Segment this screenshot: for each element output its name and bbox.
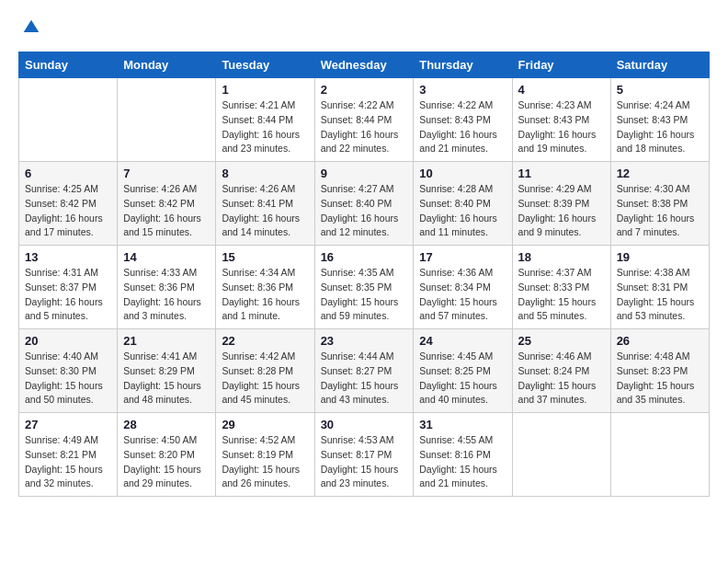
day-number: 19	[617, 250, 703, 264]
day-number: 21	[123, 334, 210, 348]
day-info: Sunrise: 4:28 AM Sunset: 8:40 PM Dayligh…	[419, 182, 506, 240]
calendar-cell: 17Sunrise: 4:36 AM Sunset: 8:34 PM Dayli…	[414, 246, 512, 329]
day-info: Sunrise: 4:33 AM Sunset: 8:36 PM Dayligh…	[123, 266, 210, 324]
day-number: 26	[617, 334, 703, 348]
day-info: Sunrise: 4:29 AM Sunset: 8:39 PM Dayligh…	[518, 182, 605, 240]
day-info: Sunrise: 4:52 AM Sunset: 8:19 PM Dayligh…	[222, 433, 308, 491]
calendar-cell: 24Sunrise: 4:45 AM Sunset: 8:25 PM Dayli…	[414, 329, 512, 413]
calendar-cell: 8Sunrise: 4:26 AM Sunset: 8:41 PM Daylig…	[216, 162, 314, 246]
calendar-cell: 10Sunrise: 4:28 AM Sunset: 8:40 PM Dayli…	[414, 162, 512, 246]
weekday-header: Sunday	[19, 52, 118, 78]
calendar-week-row: 13Sunrise: 4:31 AM Sunset: 8:37 PM Dayli…	[19, 246, 710, 329]
page-header	[18, 18, 710, 37]
day-info: Sunrise: 4:31 AM Sunset: 8:37 PM Dayligh…	[25, 266, 111, 324]
day-info: Sunrise: 4:46 AM Sunset: 8:24 PM Dayligh…	[518, 350, 605, 408]
calendar-cell: 12Sunrise: 4:30 AM Sunset: 8:38 PM Dayli…	[610, 162, 709, 246]
day-number: 1	[222, 83, 308, 97]
day-number: 9	[321, 167, 408, 180]
calendar-cell: 9Sunrise: 4:27 AM Sunset: 8:40 PM Daylig…	[314, 162, 414, 246]
calendar-week-row: 1Sunrise: 4:21 AM Sunset: 8:44 PM Daylig…	[19, 78, 710, 162]
calendar-cell: 7Sunrise: 4:26 AM Sunset: 8:42 PM Daylig…	[118, 162, 216, 246]
day-number: 20	[25, 334, 111, 348]
calendar-cell: 19Sunrise: 4:38 AM Sunset: 8:31 PM Dayli…	[610, 246, 709, 329]
day-info: Sunrise: 4:45 AM Sunset: 8:25 PM Dayligh…	[419, 350, 506, 408]
calendar-table: SundayMondayTuesdayWednesdayThursdayFrid…	[18, 52, 710, 497]
day-number: 8	[222, 167, 308, 180]
day-number: 27	[25, 418, 111, 431]
calendar-cell: 16Sunrise: 4:35 AM Sunset: 8:35 PM Dayli…	[314, 246, 414, 329]
day-number: 2	[321, 83, 408, 97]
day-number: 18	[518, 250, 605, 264]
calendar-cell	[610, 413, 709, 497]
day-info: Sunrise: 4:24 AM Sunset: 8:43 PM Dayligh…	[617, 98, 703, 156]
day-info: Sunrise: 4:44 AM Sunset: 8:27 PM Dayligh…	[321, 350, 408, 408]
day-info: Sunrise: 4:35 AM Sunset: 8:35 PM Dayligh…	[321, 266, 408, 324]
day-info: Sunrise: 4:36 AM Sunset: 8:34 PM Dayligh…	[419, 266, 506, 324]
calendar-week-row: 20Sunrise: 4:40 AM Sunset: 8:30 PM Dayli…	[19, 329, 710, 413]
day-info: Sunrise: 4:38 AM Sunset: 8:31 PM Dayligh…	[617, 266, 703, 324]
calendar-cell: 5Sunrise: 4:24 AM Sunset: 8:43 PM Daylig…	[610, 78, 709, 162]
day-number: 13	[25, 250, 111, 264]
calendar-cell: 30Sunrise: 4:53 AM Sunset: 8:17 PM Dayli…	[314, 413, 414, 497]
weekday-header: Saturday	[610, 52, 709, 78]
day-info: Sunrise: 4:42 AM Sunset: 8:28 PM Dayligh…	[222, 350, 308, 408]
calendar-week-row: 27Sunrise: 4:49 AM Sunset: 8:21 PM Dayli…	[19, 413, 710, 497]
weekday-header: Tuesday	[216, 52, 314, 78]
calendar-cell: 1Sunrise: 4:21 AM Sunset: 8:44 PM Daylig…	[216, 78, 314, 162]
day-number: 28	[123, 418, 210, 431]
weekday-header: Monday	[118, 52, 216, 78]
weekday-header-row: SundayMondayTuesdayWednesdayThursdayFrid…	[19, 52, 710, 78]
calendar-cell: 25Sunrise: 4:46 AM Sunset: 8:24 PM Dayli…	[512, 329, 610, 413]
calendar-cell: 28Sunrise: 4:50 AM Sunset: 8:20 PM Dayli…	[118, 413, 216, 497]
day-info: Sunrise: 4:21 AM Sunset: 8:44 PM Dayligh…	[222, 98, 308, 156]
day-number: 5	[617, 83, 703, 97]
calendar-cell: 3Sunrise: 4:22 AM Sunset: 8:43 PM Daylig…	[414, 78, 512, 162]
day-info: Sunrise: 4:23 AM Sunset: 8:43 PM Dayligh…	[518, 98, 605, 156]
day-info: Sunrise: 4:49 AM Sunset: 8:21 PM Dayligh…	[25, 433, 111, 491]
weekday-header: Thursday	[414, 52, 512, 78]
calendar-cell: 14Sunrise: 4:33 AM Sunset: 8:36 PM Dayli…	[118, 246, 216, 329]
svg-marker-0	[24, 20, 40, 32]
calendar-cell: 15Sunrise: 4:34 AM Sunset: 8:36 PM Dayli…	[216, 246, 314, 329]
calendar-cell: 18Sunrise: 4:37 AM Sunset: 8:33 PM Dayli…	[512, 246, 610, 329]
calendar-cell: 21Sunrise: 4:41 AM Sunset: 8:29 PM Dayli…	[118, 329, 216, 413]
day-number: 12	[617, 167, 703, 180]
day-number: 14	[123, 250, 210, 264]
day-number: 4	[518, 83, 605, 97]
calendar-cell: 13Sunrise: 4:31 AM Sunset: 8:37 PM Dayli…	[19, 246, 118, 329]
calendar-cell: 23Sunrise: 4:44 AM Sunset: 8:27 PM Dayli…	[314, 329, 414, 413]
calendar-cell: 26Sunrise: 4:48 AM Sunset: 8:23 PM Dayli…	[610, 329, 709, 413]
day-number: 25	[518, 334, 605, 348]
day-info: Sunrise: 4:27 AM Sunset: 8:40 PM Dayligh…	[321, 182, 408, 240]
day-number: 29	[222, 418, 308, 431]
day-number: 17	[419, 250, 506, 264]
day-number: 31	[419, 418, 506, 431]
day-info: Sunrise: 4:26 AM Sunset: 8:42 PM Dayligh…	[123, 182, 210, 240]
calendar-cell	[118, 78, 216, 162]
logo	[18, 18, 40, 37]
calendar-cell: 6Sunrise: 4:25 AM Sunset: 8:42 PM Daylig…	[19, 162, 118, 246]
day-number: 22	[222, 334, 308, 348]
day-info: Sunrise: 4:53 AM Sunset: 8:17 PM Dayligh…	[321, 433, 408, 491]
calendar-cell: 2Sunrise: 4:22 AM Sunset: 8:44 PM Daylig…	[314, 78, 414, 162]
day-info: Sunrise: 4:26 AM Sunset: 8:41 PM Dayligh…	[222, 182, 308, 240]
calendar-cell: 20Sunrise: 4:40 AM Sunset: 8:30 PM Dayli…	[19, 329, 118, 413]
day-number: 7	[123, 167, 210, 180]
day-number: 10	[419, 167, 506, 180]
day-number: 11	[518, 167, 605, 180]
day-info: Sunrise: 4:25 AM Sunset: 8:42 PM Dayligh…	[25, 182, 111, 240]
calendar-cell: 11Sunrise: 4:29 AM Sunset: 8:39 PM Dayli…	[512, 162, 610, 246]
calendar-cell	[19, 78, 118, 162]
day-number: 15	[222, 250, 308, 264]
day-info: Sunrise: 4:30 AM Sunset: 8:38 PM Dayligh…	[617, 182, 703, 240]
day-info: Sunrise: 4:55 AM Sunset: 8:16 PM Dayligh…	[419, 433, 506, 491]
calendar-cell: 4Sunrise: 4:23 AM Sunset: 8:43 PM Daylig…	[512, 78, 610, 162]
calendar-cell: 29Sunrise: 4:52 AM Sunset: 8:19 PM Dayli…	[216, 413, 314, 497]
calendar-cell: 31Sunrise: 4:55 AM Sunset: 8:16 PM Dayli…	[414, 413, 512, 497]
day-number: 23	[321, 334, 408, 348]
day-info: Sunrise: 4:40 AM Sunset: 8:30 PM Dayligh…	[25, 350, 111, 408]
day-number: 6	[25, 167, 111, 180]
day-info: Sunrise: 4:22 AM Sunset: 8:44 PM Dayligh…	[321, 98, 408, 156]
logo-icon	[22, 18, 40, 37]
calendar-cell: 22Sunrise: 4:42 AM Sunset: 8:28 PM Dayli…	[216, 329, 314, 413]
